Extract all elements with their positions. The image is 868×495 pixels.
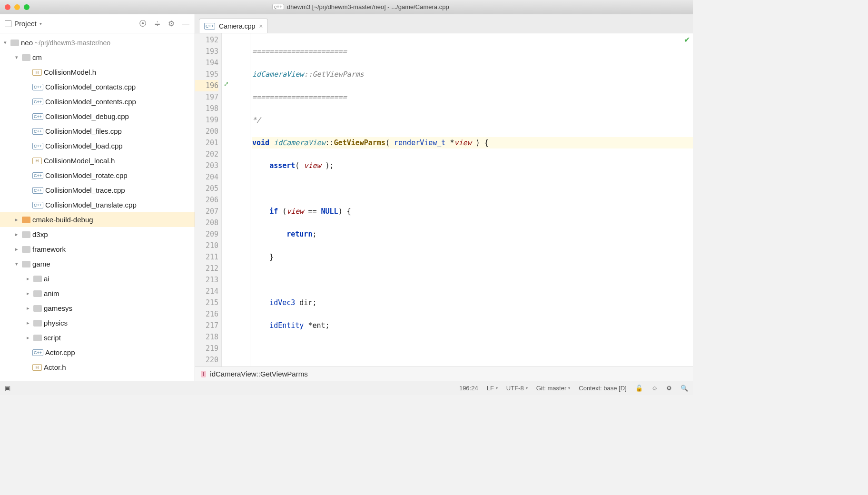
project-selector[interactable]: Project ▾ (5, 20, 42, 28)
tree-folder-physics[interactable]: ▸physics (0, 316, 195, 330)
tree-item-label: physics (44, 319, 68, 327)
tab-camera-cpp[interactable]: C++ Camera.cpp × (199, 19, 268, 33)
project-icon (5, 20, 11, 27)
close-icon[interactable] (5, 4, 10, 10)
tree-item-label: cm (32, 53, 42, 61)
tree-folder-script[interactable]: ▸script (0, 330, 195, 345)
tree-item-label: CollisionModel.h (44, 68, 96, 76)
window-controls (5, 4, 30, 10)
lock-icon[interactable]: 🔓 (635, 385, 643, 392)
tree-folder-cmake[interactable]: ▸ cmake-build-debug (0, 212, 195, 227)
tree-item-label: Actor.h (44, 363, 66, 371)
tree-item-label: cmake-build-debug (32, 216, 93, 224)
project-tree[interactable]: ▾ neo ~/prj/dhewm3-master/neo ▾ cm HColl… (0, 33, 195, 381)
target-icon[interactable]: ⦿ (138, 20, 147, 28)
tree-folder-gamesys[interactable]: ▸gamesys (0, 301, 195, 316)
tree-root[interactable]: ▾ neo ~/prj/dhewm3-master/neo (0, 35, 195, 50)
file-type-badge: c++ (272, 4, 284, 10)
gear-icon[interactable]: ⚙ (167, 20, 176, 28)
tree-file[interactable]: C++CollisionModel_translate.cpp (0, 198, 195, 212)
hide-icon[interactable]: — (181, 20, 190, 28)
tree-item-label: script (44, 334, 61, 342)
tree-file[interactable]: C++CollisionModel_contacts.cpp (0, 79, 195, 94)
tree-item-label: CollisionModel_trace.cpp (45, 186, 125, 194)
tree-item-path: ~/prj/dhewm3-master/neo (35, 39, 110, 47)
tree-item-label: CollisionModel_files.cpp (45, 127, 122, 135)
tree-item-label: game (32, 260, 50, 268)
project-label: Project (14, 20, 37, 28)
tree-item-label: anim (44, 289, 59, 297)
tree-item-label: CollisionModel_load.cpp (45, 142, 123, 150)
tree-item-label: d3xp (32, 230, 48, 238)
nav-marker-icon[interactable]: ⤢ (224, 80, 230, 87)
tree-file[interactable]: C++CollisionModel_debug.cpp (0, 109, 195, 124)
close-icon[interactable]: × (259, 22, 263, 30)
editor-area[interactable]: 1921931941951961971981992002012022032042… (195, 33, 693, 366)
tree-folder-framework[interactable]: ▸framework (0, 242, 195, 257)
breadcrumb-bar: f idCameraView::GetViewParms (195, 366, 693, 381)
tree-item-label: CollisionModel_local.h (44, 157, 115, 165)
window-title: dhewm3 [~/prj/dhewm3-master/neo] - .../g… (287, 3, 449, 10)
chevron-down-icon: ▾ (39, 21, 42, 26)
tree-item-label: CollisionModel_debug.cpp (45, 112, 129, 120)
settings-icon[interactable]: ⚙ (666, 385, 672, 392)
tree-item-label: CollisionModel_contents.cpp (45, 98, 136, 106)
code-text[interactable]: ====================== idCameraView::Get… (250, 33, 693, 366)
tree-folder-cm[interactable]: ▾ cm (0, 50, 195, 65)
tool-window-icon[interactable]: ▣ (5, 385, 10, 392)
inspector-icon[interactable]: ☺ (651, 385, 658, 392)
line-gutter: 1921931941951961971981992002012022032042… (195, 33, 222, 366)
tree-folder-ai[interactable]: ▸ai (0, 271, 195, 286)
tree-file[interactable]: C++CollisionModel_contents.cpp (0, 94, 195, 109)
tree-folder-anim[interactable]: ▸anim (0, 286, 195, 301)
tree-item-label: CollisionModel_translate.cpp (45, 201, 137, 209)
line-separator[interactable]: LF ▾ (487, 385, 498, 392)
statusbar: ▣ 196:24 LF ▾ UTF-8 ▾ Git: master ▾ Cont… (0, 381, 693, 395)
tree-item-label: Actor.cpp (45, 348, 75, 356)
tree-folder-game[interactable]: ▾game (0, 257, 195, 271)
inspection-ok-icon[interactable]: ✔ (684, 35, 690, 44)
cpp-icon: C++ (204, 23, 215, 30)
tree-file[interactable]: C++CollisionModel_load.cpp (0, 139, 195, 153)
tree-item-label: CollisionModel_contacts.cpp (45, 83, 136, 91)
tree-file[interactable]: HCollisionModel_local.h (0, 153, 195, 168)
context[interactable]: Context: base [D] (579, 385, 626, 392)
breadcrumb-text[interactable]: idCameraView::GetViewParms (210, 370, 307, 378)
titlebar: c++ dhewm3 [~/prj/dhewm3-master/neo] - .… (0, 0, 693, 14)
tree-file[interactable]: HCollisionModel.h (0, 65, 195, 79)
project-sidebar: Project ▾ ⦿ ≑ ⚙ — ▾ neo ~/prj/dhewm3-mas… (0, 14, 195, 381)
editor-tabbar: C++ Camera.cpp × (195, 14, 693, 33)
tree-item-label: framework (32, 245, 66, 253)
tree-file[interactable]: HActor.h (0, 360, 195, 375)
encoding[interactable]: UTF-8 ▾ (506, 385, 528, 392)
git-branch[interactable]: Git: master ▾ (536, 385, 571, 392)
tree-file[interactable]: C++Actor.cpp (0, 345, 195, 360)
zoom-icon[interactable] (24, 4, 30, 10)
tab-label: Camera.cpp (219, 22, 255, 30)
tree-folder-d3xp[interactable]: ▸d3xp (0, 227, 195, 242)
tree-file[interactable]: C++CollisionModel_trace.cpp (0, 183, 195, 198)
caret-position: 196:24 (459, 385, 478, 392)
tree-item-label: CollisionModel_rotate.cpp (45, 171, 128, 179)
marker-strip: ⤢ (222, 33, 250, 366)
tree-file[interactable]: C++CollisionModel_rotate.cpp (0, 168, 195, 183)
minimize-icon[interactable] (14, 4, 20, 10)
collapse-icon[interactable]: ≑ (153, 20, 161, 28)
tree-item-label: gamesys (44, 304, 72, 312)
search-icon[interactable]: 🔍 (681, 385, 688, 392)
tree-item-label: neo (21, 39, 33, 47)
tree-item-label: ai (44, 275, 49, 283)
function-badge-icon: f (201, 371, 206, 377)
tree-file[interactable]: C++CollisionModel_files.cpp (0, 124, 195, 139)
sidebar-toolbar: Project ▾ ⦿ ≑ ⚙ — (0, 14, 195, 33)
